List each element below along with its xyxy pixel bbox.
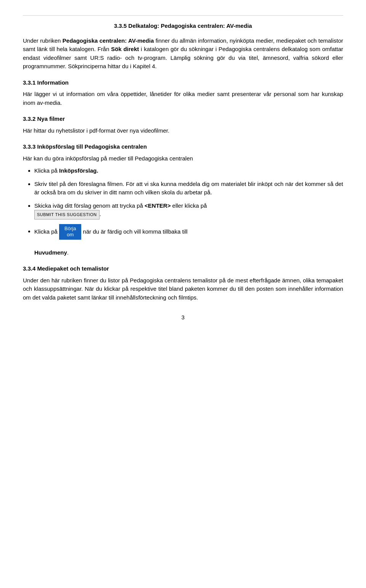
list-item-4: Klicka på Börjaom när du är färdig och v…	[34, 224, 343, 257]
list-item-2: Skriv titel på den föreslagna filmen. Fö…	[34, 180, 343, 197]
section-331-heading: 3.3.1 Information	[23, 79, 343, 87]
section-334-heading: 3.3.4 Mediepaket och temalistor	[23, 264, 343, 273]
list-item-4-text-after: när du är färdig och vill komma tillbaka…	[83, 228, 188, 234]
section-333-list: Klicka på Inköpsförslag. Skriv titel på …	[34, 167, 343, 257]
borja-om-button[interactable]: Börjaom	[59, 224, 81, 240]
section-332-paragraph: Här hittar du nyhetslistor i pdf-format …	[23, 127, 343, 135]
bold-av-media: Pedagogiska centralen: AV-media	[63, 37, 154, 44]
section-334-paragraph: Under den här rubriken finner du listor …	[23, 276, 343, 302]
list-item-4-text-before: Klicka på	[34, 228, 59, 234]
section-332-heading: 3.3.2 Nya filmer	[23, 115, 343, 123]
submit-suggestion-button[interactable]: SUBMIT THIS SUGGESTION	[34, 210, 100, 219]
enter-bold: <ENTER>	[144, 202, 170, 209]
intro-paragraph: Under rubriken Pedagogiska centralen: AV…	[23, 37, 343, 71]
page-number: 3	[23, 313, 343, 322]
list-item-2-text: Skriv titel på den föreslagna filmen. Fö…	[34, 181, 343, 196]
list-item-3-text: Skicka iväg ditt förslag genom att tryck…	[34, 202, 207, 209]
section-333-intro: Här kan du göra inköpsförslag på medier …	[23, 154, 343, 163]
page-title: 3.3.5 Delkatalog: Pedagogiska centralen:…	[23, 22, 343, 30]
inkopsforslag-bold: Inköpsförslag.	[59, 167, 98, 174]
period-after-button: .	[100, 211, 101, 217]
dot-end: .	[67, 249, 69, 256]
huvudmeny-bold: Huvudmeny	[34, 249, 67, 256]
bold-sok-direkt: Sök direkt	[111, 46, 139, 52]
list-item-1-text: Klicka på Inköpsförslag.	[34, 167, 98, 174]
section-333-heading: 3.3.3 Inköpsförslag till Pedagogiska cen…	[23, 143, 343, 151]
section-331-paragraph: Här lägger vi ut information om våra öpp…	[23, 90, 343, 107]
list-item-3: Skicka iväg ditt förslag genom att tryck…	[34, 202, 343, 219]
list-item-1: Klicka på Inköpsförslag.	[34, 167, 343, 175]
